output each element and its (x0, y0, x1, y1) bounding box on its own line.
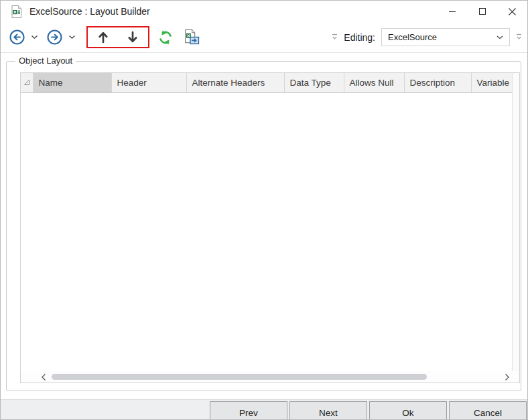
maximize-icon (478, 7, 486, 15)
arrow-up-icon (98, 31, 109, 44)
footer-button-bar: Prev Next Ok Cancel (1, 399, 527, 420)
layout-grid: NameHeaderAlternate HeadersData TypeAllo… (20, 72, 520, 383)
select-all-corner[interactable] (21, 73, 33, 92)
circle-arrow-left-icon (9, 29, 25, 46)
arrow-down-icon (127, 31, 138, 44)
forward-dropdown[interactable] (67, 33, 77, 41)
next-button[interactable]: Next (289, 401, 367, 420)
close-icon (508, 7, 517, 16)
chevron-right-icon (505, 373, 510, 381)
move-up-button[interactable] (96, 29, 110, 45)
overflow-grip-icon (332, 33, 338, 41)
export-excel-button[interactable] (182, 27, 201, 47)
toolbar-overflow-grip[interactable] (332, 33, 338, 41)
chevron-down-icon (31, 35, 38, 40)
forward-button[interactable] (45, 27, 64, 47)
cancel-button[interactable]: Cancel (449, 401, 527, 420)
object-layout-groupbox: Object Layout NameHeaderAlternate Header… (6, 61, 521, 391)
editing-combobox[interactable]: ExcelSource (381, 28, 510, 46)
column-header-allows-null[interactable]: Allows Null (344, 73, 404, 92)
column-header-header[interactable]: Header (111, 73, 186, 92)
minimize-icon (448, 7, 456, 15)
scroll-left-button[interactable] (40, 373, 48, 381)
horizontal-scrollbar-thumb[interactable] (52, 374, 427, 380)
minimize-button[interactable] (437, 1, 467, 22)
chevron-left-icon (41, 373, 46, 381)
refresh-icon (157, 29, 174, 46)
chevron-down-icon (497, 36, 503, 40)
column-header-alternate-headers[interactable]: Alternate Headers (186, 73, 284, 92)
horizontal-scrollbar[interactable] (21, 371, 519, 382)
overflow-grip-icon (516, 33, 522, 41)
window-controls (437, 1, 527, 22)
prev-button[interactable]: Prev (210, 401, 287, 420)
dialog-window: ExcelSource : Layout Builder (0, 0, 528, 420)
vertical-scrollbar[interactable] (512, 73, 519, 371)
column-header-data-type[interactable]: Data Type (284, 73, 344, 92)
refresh-button[interactable] (156, 28, 175, 47)
move-buttons-highlight-box (86, 26, 149, 48)
back-button[interactable] (7, 27, 27, 47)
object-layout-table: NameHeaderAlternate HeadersData TypeAllo… (21, 73, 513, 93)
excel-export-icon (183, 29, 200, 46)
toolbar-overflow-grip[interactable] (516, 33, 522, 41)
toolbar: Editing: ExcelSource (1, 22, 527, 53)
column-header-variable[interactable]: Variable (471, 73, 513, 92)
circle-arrow-right-icon (46, 29, 63, 46)
column-header-description[interactable]: Description (404, 73, 471, 92)
column-header-name[interactable]: Name (33, 73, 111, 92)
move-down-button[interactable] (126, 29, 139, 45)
close-button[interactable] (497, 1, 527, 22)
maximize-button[interactable] (467, 1, 497, 22)
groupbox-label: Object Layout (15, 56, 76, 66)
title-bar: ExcelSource : Layout Builder (1, 1, 527, 22)
excel-file-icon (9, 5, 23, 19)
scroll-right-button[interactable] (503, 373, 511, 381)
corner-triangle-icon (23, 79, 30, 86)
back-dropdown[interactable] (29, 33, 40, 41)
editing-label: Editing: (344, 32, 375, 43)
editing-section: Editing: ExcelSource (332, 28, 527, 46)
chevron-down-icon (68, 35, 76, 40)
window-title: ExcelSource : Layout Builder (29, 6, 150, 17)
header-row: NameHeaderAlternate HeadersData TypeAllo… (21, 73, 513, 92)
ok-button[interactable]: Ok (369, 401, 447, 420)
editing-combobox-value: ExcelSource (388, 32, 437, 42)
